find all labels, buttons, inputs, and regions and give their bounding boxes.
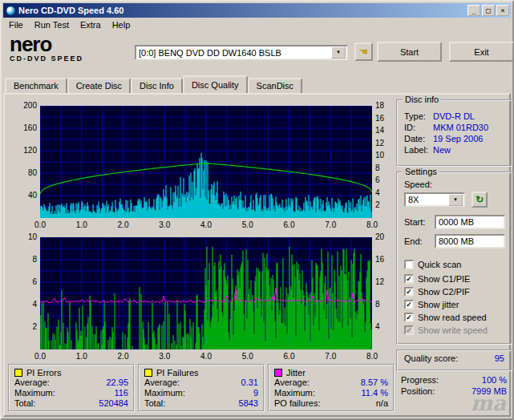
pie-axis-tick: 160 (11, 123, 37, 132)
stat-row-po-failures: PO failures:n/a (274, 398, 388, 409)
menu-help[interactable]: Help (107, 18, 136, 31)
checkbox-label: Show write speed (418, 325, 488, 335)
stat-box-pi-failures: PI FailuresAverage:0.31Maximum:9Total:58… (138, 364, 265, 412)
disc-info-row-label: Label:New (404, 144, 506, 155)
disc-info-rows: Type:DVD-R DLID:MKM 01RD30Date:19 Sep 20… (404, 111, 506, 155)
refresh-icon: ↻ (476, 194, 484, 205)
speed-axis-tick: 16 (375, 114, 391, 123)
stat-value: 22.95 (106, 378, 128, 388)
start-position-field[interactable]: 0000 MB (435, 215, 505, 229)
titlebar[interactable]: Nero CD-DVD Speed 4.60 _ □ × (3, 3, 511, 18)
stat-row-maximum: Maximum:9 (144, 388, 258, 398)
menu-run-test[interactable]: Run Test (29, 18, 75, 31)
checkbox-show-jitter[interactable]: ✓Show jitter (404, 300, 459, 309)
stat-row-maximum: Maximum:11.4 % (274, 388, 388, 398)
settings-group-title: Settings (403, 167, 439, 176)
pif-axis-tick: 8 (11, 255, 37, 264)
maximize-button[interactable]: □ (482, 5, 495, 16)
capacity-axis-tick: 8.0 (362, 220, 382, 229)
stat-box-jitter: JitterAverage:8.57 %Maximum:11.4 %PO fai… (268, 364, 395, 412)
capacity-axis-tick: 1.0 (72, 352, 91, 361)
chevron-down-icon[interactable]: ▼ (331, 46, 346, 59)
quality-score-value: 95 (495, 353, 504, 363)
tab-disc-info[interactable]: Disc Info (131, 78, 183, 93)
disc-info-label: Date: (404, 133, 433, 144)
stat-value: n/a (376, 398, 388, 409)
tab-disc-quality[interactable]: Disc Quality (183, 75, 248, 93)
capacity-axis-tick: 2.0 (114, 352, 133, 361)
end-position-label: End: (404, 236, 423, 246)
stat-label: Maximum: (14, 388, 55, 398)
menu-extra[interactable]: Extra (75, 18, 107, 31)
checkbox-label: Show read speed (418, 313, 487, 322)
pif-axis-tick: 2 (11, 322, 37, 331)
pif-jitter-plot (40, 237, 372, 349)
chevron-down-icon[interactable]: ▼ (448, 194, 463, 206)
capacity-axis-tick: 0.0 (30, 220, 50, 229)
speed-axis-tick: 14 (375, 126, 391, 135)
start-button[interactable]: Start (377, 42, 442, 62)
close-button[interactable]: × (496, 5, 509, 16)
jitter-axis-tick: 12 (375, 277, 391, 286)
watermark: ma (471, 391, 506, 415)
end-position-field[interactable]: 8000 MB (435, 234, 505, 248)
menu-file[interactable]: File (3, 18, 29, 31)
drive-selector[interactable]: [0:0] BENQ DVD DD DW1640 BSLB ▼ (135, 45, 348, 60)
capacity-axis-tick: 1.0 (72, 220, 91, 229)
disc-info-label: Type: (404, 111, 433, 122)
disc-info-label: Label: (404, 144, 433, 155)
stat-box-header: Jitter (274, 367, 388, 378)
stat-label: Average: (14, 378, 50, 388)
checkbox-label: Quick scan (418, 260, 461, 269)
disc-quality-panel: Disc info Type:DVD-R DLID:MKM 01RD30Date… (3, 93, 511, 417)
disc-info-label: ID: (404, 122, 433, 133)
app-window: Nero CD-DVD Speed 4.60 _ □ × FileRun Tes… (0, 0, 514, 420)
checkbox-show-c1-pie[interactable]: ✓Show C1/PIE (404, 274, 470, 284)
unchecked-checkbox-icon[interactable] (404, 260, 414, 269)
stat-value: 11.4 % (362, 388, 388, 398)
legend-swatch-icon (14, 369, 22, 377)
hand-pointer-button[interactable]: ☚ (354, 42, 373, 61)
checked-checkbox-icon[interactable]: ✓ (404, 300, 414, 309)
app-icon (6, 6, 16, 16)
refresh-speed-button[interactable]: ↻ (472, 192, 488, 208)
checked-checkbox-icon[interactable]: ✓ (404, 313, 414, 322)
quality-score-group: Quality score: 95 (396, 349, 512, 371)
pif-axis-tick: 10 (11, 232, 37, 241)
speed-select[interactable]: 8X ▼ (404, 192, 465, 207)
stat-value: 5843 (239, 398, 258, 409)
stat-box-title: PI Errors (26, 368, 61, 378)
disc-info-value: DVD-R DL (433, 111, 475, 122)
pif-axis-tick: 6 (11, 277, 37, 286)
capacity-axis-tick: 5.0 (238, 220, 257, 229)
tab-benchmark[interactable]: Benchmark (5, 78, 67, 93)
checkbox-quick-scan[interactable]: Quick scan (404, 260, 461, 269)
checkbox-show-read-speed[interactable]: ✓Show read speed (404, 313, 487, 322)
tab-scandisc[interactable]: ScanDisc (248, 78, 302, 93)
drive-selector-value: [0:0] BENQ DVD DD DW1640 BSLB (136, 48, 331, 58)
minimize-button[interactable]: _ (467, 5, 480, 16)
pie-axis-tick: 200 (11, 101, 37, 110)
stat-label: Maximum: (274, 388, 315, 398)
checked-checkbox-icon[interactable]: ✓ (404, 274, 414, 284)
start-position-label: Start: (404, 217, 425, 227)
pie-axis-tick: 80 (11, 168, 37, 177)
legend-swatch-icon (274, 369, 282, 377)
capacity-axis-tick: 7.0 (321, 220, 340, 229)
disc-info-row-date: Date:19 Sep 2006 (404, 133, 506, 144)
checkbox-show-c2-pif[interactable]: ✓Show C2/PIF (404, 287, 470, 297)
quality-score-label: Quality score: (404, 353, 458, 363)
tab-create-disc[interactable]: Create Disc (67, 78, 131, 93)
stat-row-total: Total:520484 (14, 398, 128, 409)
disc-info-value: MKM 01RD30 (433, 122, 488, 133)
exit-button[interactable]: Exit (449, 42, 514, 62)
disc-info-row-id: ID:MKM 01RD30 (404, 122, 506, 133)
checked-checkbox-icon[interactable]: ✓ (404, 287, 414, 297)
capacity-axis-tick: 2.0 (114, 220, 133, 229)
stat-label: Maximum: (144, 388, 185, 398)
hand-icon: ☚ (359, 46, 369, 58)
window-title: Nero CD-DVD Speed 4.60 (18, 6, 466, 15)
nero-logo-text: nero (10, 34, 130, 55)
stat-row-average: Average:0.31 (144, 378, 258, 388)
pif-axis-tick: 4 (11, 300, 37, 309)
